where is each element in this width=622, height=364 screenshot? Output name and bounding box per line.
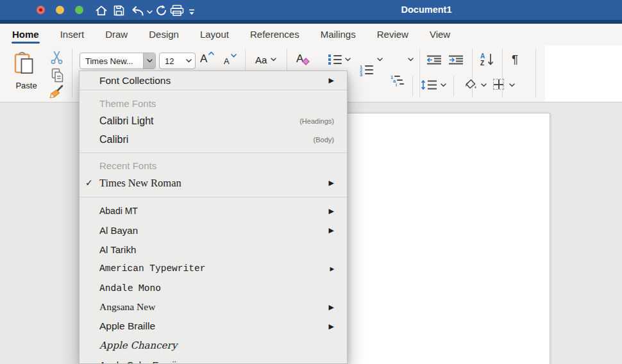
- font-size-combo[interactable]: 12: [159, 53, 196, 69]
- tab-review[interactable]: Review: [376, 25, 409, 44]
- menu-item-angsana-new[interactable]: Angsana New ▶: [80, 297, 347, 317]
- tab-mailings[interactable]: Mailings: [320, 25, 357, 44]
- save-icon[interactable]: [113, 3, 124, 17]
- close-window-button[interactable]: [37, 6, 45, 14]
- grow-font-button[interactable]: A: [200, 53, 207, 65]
- menu-section-recent-fonts: Recent Fonts: [80, 153, 347, 174]
- indent-right-icon: [449, 55, 463, 65]
- chevron-down-icon: [271, 58, 276, 62]
- repeat-icon[interactable]: [155, 3, 167, 17]
- title-bar: Document1: [0, 0, 622, 20]
- menu-item-calibri-light[interactable]: Calibri Light (Headings): [80, 112, 347, 130]
- tab-draw[interactable]: Draw: [105, 25, 128, 44]
- submenu-arrow-icon: ▶: [329, 226, 334, 235]
- font-name-dropdown-chevron-icon[interactable]: [143, 53, 155, 69]
- decrease-indent-button[interactable]: [427, 55, 441, 67]
- change-case-button[interactable]: Aa: [255, 54, 267, 65]
- tab-home[interactable]: Home: [12, 25, 40, 44]
- line-spacing-button[interactable]: [421, 79, 437, 93]
- menu-section-theme-fonts: Theme Fonts: [80, 90, 347, 112]
- shading-button[interactable]: [464, 78, 477, 94]
- font-size-dropdown-chevron-icon[interactable]: [183, 53, 195, 69]
- borders-chevron-icon[interactable]: [509, 83, 515, 87]
- font-size-value: 12: [160, 56, 183, 66]
- menu-item-apple-color-emoji[interactable]: Apple Color Emoji: [80, 355, 347, 364]
- submenu-arrow-icon: ▶: [329, 303, 334, 311]
- menu-item-american-typewriter[interactable]: American Typewriter ▶: [80, 259, 347, 278]
- home-icon[interactable]: [95, 3, 108, 17]
- borders-button[interactable]: [493, 79, 504, 90]
- zoom-window-button[interactable]: [75, 6, 83, 14]
- font-usage-tag: (Body): [314, 136, 334, 144]
- group-separator: [419, 49, 420, 97]
- menu-item-font-collections[interactable]: Font Collections ▶: [80, 71, 347, 90]
- shrink-font-button[interactable]: A: [224, 55, 230, 67]
- document-title: Document1: [385, 4, 468, 15]
- bullets-button[interactable]: [328, 54, 342, 65]
- submenu-arrow-icon: ▶: [329, 322, 334, 331]
- cut-button[interactable]: [51, 51, 63, 67]
- document-page[interactable]: [340, 113, 550, 364]
- group-separator: [412, 76, 413, 96]
- font-name-combo[interactable]: Times New...: [80, 53, 156, 69]
- numbering-chevron-icon[interactable]: [377, 58, 383, 62]
- line-spacing-chevron-icon[interactable]: [441, 83, 446, 87]
- arrow-down-icon: [487, 53, 494, 67]
- bullets-chevron-icon[interactable]: [345, 58, 351, 62]
- shading-chevron-icon[interactable]: [481, 83, 487, 87]
- menu-separator: [80, 197, 347, 197]
- font-usage-tag: (Headings): [299, 117, 334, 125]
- sort-button[interactable]: A Z: [480, 53, 496, 68]
- tab-references[interactable]: References: [249, 25, 300, 44]
- group-separator: [72, 49, 72, 97]
- paste-button[interactable]: [14, 51, 37, 79]
- copy-icon: [51, 68, 63, 83]
- submenu-arrow-icon: ▶: [330, 265, 334, 273]
- tab-design[interactable]: Design: [148, 25, 180, 44]
- tab-insert[interactable]: Insert: [60, 25, 85, 44]
- submenu-arrow-icon: ▶: [329, 207, 334, 215]
- menu-item-al-tarikh[interactable]: Al Tarikh: [80, 240, 347, 259]
- print-icon[interactable]: [170, 3, 184, 17]
- line-spacing-icon: [421, 79, 437, 90]
- tab-layout[interactable]: Layout: [199, 25, 230, 44]
- tab-view[interactable]: View: [429, 25, 451, 44]
- chevron-up-icon: [208, 51, 214, 55]
- minimize-window-button[interactable]: [56, 6, 64, 14]
- chevron-down-icon: [231, 54, 237, 58]
- format-painter-button[interactable]: [49, 85, 64, 102]
- show-paragraph-marks-button[interactable]: ¶: [512, 53, 518, 67]
- increase-indent-button[interactable]: [449, 55, 463, 67]
- menu-item-abadi-mt[interactable]: Abadi MT ▶: [80, 201, 347, 220]
- menu-item-calibri[interactable]: Calibri (Body): [80, 130, 347, 149]
- group-separator: [535, 49, 536, 97]
- menu-spacer: [80, 192, 347, 197]
- font-dropdown-menu: Font Collections ▶ Theme Fonts Calibri L…: [79, 70, 348, 364]
- undo-menu-chevron-icon[interactable]: [147, 5, 153, 19]
- numbering-button[interactable]: 1 2 3: [360, 65, 373, 75]
- menu-item-times-new-roman[interactable]: ✓ Times New Roman ▶: [80, 174, 347, 192]
- indent-left-icon: [427, 55, 441, 65]
- paintbrush-icon: [49, 85, 64, 99]
- multilevel-chevron-icon[interactable]: [408, 58, 414, 62]
- ribbon-tab-bar: Home Insert Draw Design Layout Reference…: [0, 24, 622, 45]
- menu-item-apple-chancery[interactable]: Apple Chancery: [80, 336, 347, 355]
- paint-bucket-icon: [464, 78, 477, 91]
- group-separator: [502, 49, 503, 97]
- undo-icon[interactable]: [129, 3, 145, 17]
- menu-item-andale-mono[interactable]: Andale Mono: [80, 278, 347, 297]
- paste-label: Paste: [9, 81, 44, 90]
- group-separator: [453, 76, 454, 96]
- clipboard-paste-icon: [14, 51, 35, 77]
- submenu-arrow-icon: ▶: [329, 179, 334, 187]
- styles-gallery: AaBbCcDdEe Normal: [545, 46, 622, 101]
- quick-access-overflow-icon[interactable]: [188, 5, 196, 19]
- menu-item-al-bayan[interactable]: Al Bayan ▶: [80, 220, 347, 240]
- scissors-icon: [51, 51, 63, 65]
- font-name-value: Times New...: [80, 56, 143, 66]
- copy-button[interactable]: [51, 68, 63, 85]
- menu-item-apple-braille[interactable]: Apple Braille ▶: [80, 317, 347, 336]
- multilevel-list-button[interactable]: 1 a i: [391, 75, 404, 85]
- clear-formatting-button[interactable]: A: [296, 53, 303, 65]
- submenu-arrow-icon: ▶: [329, 76, 334, 85]
